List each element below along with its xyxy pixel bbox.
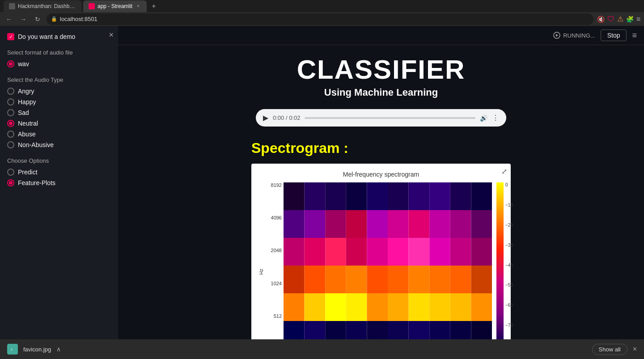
app-layout: × Do you want a demo Select format of au… xyxy=(0,26,644,359)
svg-rect-22 xyxy=(305,238,326,266)
format-radio-group: wav xyxy=(7,60,111,68)
format-radio-wav[interactable] xyxy=(7,60,14,68)
svg-rect-9 xyxy=(450,182,471,210)
spectrogram-section: Spectrogram : ⤢ Mel-frequency spectrogra… xyxy=(251,140,511,359)
svg-rect-10 xyxy=(471,182,492,210)
extensions-icon[interactable]: 🧩 xyxy=(626,16,634,23)
lock-icon: 🔒 xyxy=(51,16,57,22)
audio-type-sad[interactable]: Sad xyxy=(7,109,111,116)
expand-icon[interactable]: ⤢ xyxy=(501,167,507,176)
svg-rect-20 xyxy=(471,210,492,238)
audio-radio-non-abusive[interactable] xyxy=(7,141,14,148)
svg-rect-32 xyxy=(305,266,326,293)
svg-rect-8 xyxy=(429,182,450,210)
streamlit-menu-icon[interactable]: ≡ xyxy=(632,31,637,40)
audio-type-abuse[interactable]: Abuse xyxy=(7,131,111,138)
colorbar-gradient xyxy=(496,182,504,348)
svg-rect-38 xyxy=(429,266,450,293)
audio-radio-sad[interactable] xyxy=(7,109,14,116)
svg-rect-14 xyxy=(346,210,367,238)
audio-play-button[interactable]: ▶ xyxy=(263,114,268,122)
audio-progress-bar[interactable] xyxy=(305,117,475,119)
format-option-wav[interactable]: wav xyxy=(7,60,111,68)
menu-button[interactable]: ≡ xyxy=(636,15,640,23)
running-icon xyxy=(553,32,560,39)
svg-rect-39 xyxy=(450,266,471,293)
tab-favicon-streamlit xyxy=(89,3,95,9)
option-radio-predict[interactable] xyxy=(7,169,14,176)
cb-label-0: 0 xyxy=(505,182,513,187)
tab-close-button[interactable]: × xyxy=(135,3,141,9)
spectrogram-heatmap xyxy=(284,182,492,348)
option-predict-label: Predict xyxy=(18,169,38,176)
new-tab-button[interactable]: + xyxy=(148,1,159,12)
audio-type-radio-group: Angry Happy Sad Neutral Abuse Non-Abusiv… xyxy=(7,88,111,148)
svg-rect-23 xyxy=(325,238,346,266)
svg-rect-45 xyxy=(367,293,388,321)
address-bar[interactable]: 🔒 localhost:8501 xyxy=(47,13,593,25)
svg-rect-25 xyxy=(367,238,388,266)
cb-label--20: −20 xyxy=(505,223,513,228)
svg-rect-4 xyxy=(346,182,367,210)
stop-button[interactable]: Stop xyxy=(601,30,627,41)
audio-radio-neutral[interactable] xyxy=(7,120,14,127)
y-axis-label: Hz xyxy=(258,269,264,275)
browser-toolbar: ← → ↻ 🔒 localhost:8501 🔇 🛡 ⚠ 🧩 ≡ xyxy=(0,12,644,26)
audio-type-sad-label: Sad xyxy=(18,109,29,116)
demo-checkbox-box[interactable] xyxy=(7,33,14,40)
content-area: CLASSIFIER Using Machine Learning ▶ 0:00… xyxy=(118,45,644,359)
tab-label-hackmanthan: Hackmanthan: Dashboard | Devfo xyxy=(18,3,76,9)
audio-type-neutral[interactable]: Neutral xyxy=(7,120,111,127)
show-all-button[interactable]: Show all xyxy=(592,344,627,355)
audio-type-non-abusive[interactable]: Non-Abusive xyxy=(7,141,111,148)
running-badge: RUNNING... xyxy=(553,32,595,39)
svg-rect-19 xyxy=(450,210,471,238)
audio-time: 0:00 / 0:02 xyxy=(273,114,300,121)
audio-type-happy[interactable]: Happy xyxy=(7,98,111,106)
svg-text:J: J xyxy=(11,348,13,351)
download-close-button[interactable]: × xyxy=(633,345,637,353)
back-button[interactable]: ← xyxy=(4,14,14,25)
option-predict[interactable]: Predict xyxy=(7,169,111,176)
audio-radio-abuse[interactable] xyxy=(7,131,14,138)
audio-volume-icon[interactable]: 🔊 xyxy=(480,114,487,122)
svg-rect-30 xyxy=(471,238,492,266)
option-feature-plots-label: Feature-Plots xyxy=(18,179,55,186)
sidebar-close-button[interactable]: × xyxy=(109,30,114,40)
cb-label--70: −70 xyxy=(505,323,513,328)
audio-radio-angry[interactable] xyxy=(7,88,14,95)
reload-button[interactable]: ↻ xyxy=(32,14,43,25)
audio-type-abuse-label: Abuse xyxy=(18,131,36,138)
mute-icon[interactable]: 🔇 xyxy=(597,16,605,23)
options-section-label: Choose Options xyxy=(7,157,111,164)
svg-rect-13 xyxy=(325,210,346,238)
option-radio-feature-plots[interactable] xyxy=(7,179,14,186)
audio-type-non-abusive-label: Non-Abusive xyxy=(18,141,54,148)
browser-tab-hackmanthan[interactable]: Hackmanthan: Dashboard | Devfo xyxy=(4,0,81,12)
option-feature-plots[interactable]: Feature-Plots xyxy=(7,179,111,186)
svg-rect-44 xyxy=(346,293,367,321)
audio-menu-icon[interactable]: ⋮ xyxy=(492,114,499,122)
audio-radio-happy[interactable] xyxy=(7,98,14,106)
warning-icon[interactable]: ⚠ xyxy=(617,15,623,23)
svg-rect-46 xyxy=(388,293,409,321)
cb-label--40: −40 xyxy=(505,263,513,268)
svg-rect-26 xyxy=(388,238,409,266)
svg-rect-41 xyxy=(284,293,305,321)
download-arrow-icon[interactable]: ∧ xyxy=(56,346,61,353)
browser-tab-streamlit[interactable]: app - Streamlit × xyxy=(83,0,147,12)
svg-rect-50 xyxy=(471,293,492,321)
forward-button[interactable]: → xyxy=(18,14,29,25)
svg-rect-2 xyxy=(305,182,326,210)
svg-rect-42 xyxy=(305,293,326,321)
audio-type-angry[interactable]: Angry xyxy=(7,88,111,95)
brave-shield-icon[interactable]: 🛡 xyxy=(607,15,614,23)
y-tick-4096: 4096 xyxy=(266,215,282,220)
spectrogram-container: ⤢ Mel-frequency spectrogram Hz 8192 4096… xyxy=(251,164,511,359)
audio-type-section-label: Select the Audio Type xyxy=(7,76,111,83)
cb-label--30: −30 xyxy=(505,243,513,248)
audio-type-neutral-label: Neutral xyxy=(18,120,38,127)
streamlit-topbar: RUNNING... Stop ≡ xyxy=(118,26,644,45)
demo-checkbox[interactable]: Do you want a demo xyxy=(7,33,111,40)
running-label: RUNNING... xyxy=(563,32,595,39)
